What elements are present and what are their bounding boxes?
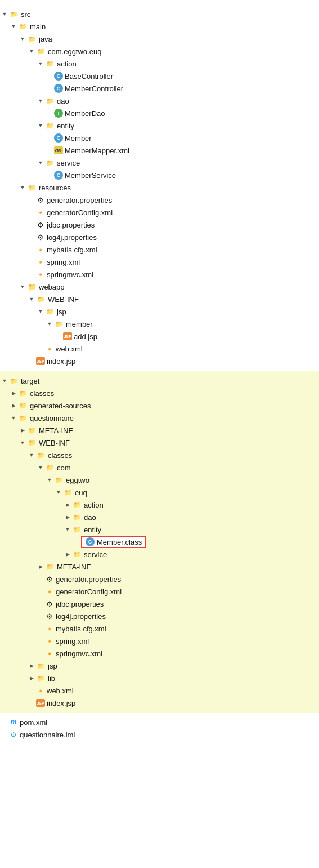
label-pom: pom.xml <box>20 718 47 727</box>
xml-icon-web: 🔸 <box>45 344 54 353</box>
tree-item-mybatis[interactable]: 🔸 mybatis.cfg.xml <box>0 243 319 256</box>
tree-item-spring[interactable]: 🔸 spring.xml <box>0 256 319 268</box>
folder-icon-euq-t: 📁 <box>63 488 73 497</box>
tree-item-com-t[interactable]: ▼ 📁 com <box>0 461 319 474</box>
tree-item-entity[interactable]: ▼ 📁 entity <box>0 119 319 132</box>
label-resources: resources <box>39 184 71 192</box>
label-spring: spring.xml <box>47 258 80 266</box>
tree-item-member-class[interactable]: C Member.class <box>0 536 319 548</box>
arrow-target: ▼ <box>0 378 9 384</box>
xml-mapper-icon: XML <box>54 146 63 154</box>
tree-item-springmvc[interactable]: 🔸 springmvc.xml <box>0 268 319 281</box>
folder-icon-com: 📁 <box>36 47 46 56</box>
arrow-classes-t: ▼ <box>27 452 36 458</box>
label-membermapper: MemberMapper.xml <box>65 146 129 155</box>
tree-item-main[interactable]: ▼ 📁 main <box>0 20 319 33</box>
tree-item-log4j-props[interactable]: ⚙ log4j.properties <box>0 231 319 243</box>
tree-item-dao-t[interactable]: ▶ 📁 dao <box>0 511 319 523</box>
tree-item-log4j-props-t[interactable]: ⚙ log4j.properties <box>0 610 319 622</box>
tree-item-spring-t[interactable]: 🔸 spring.xml <box>0 635 319 647</box>
arrow-java: ▼ <box>18 36 27 42</box>
tree-item-springmvc-t[interactable]: 🔸 springmvc.xml <box>0 647 319 660</box>
tree-item-src[interactable]: ▼ 📁 src <box>0 8 319 20</box>
tree-item-web-xml[interactable]: 🔸 web.xml <box>0 342 319 355</box>
tree-item-pom[interactable]: m pom.xml <box>0 716 319 728</box>
tree-item-mybatis-t[interactable]: 🔸 mybatis.cfg.xml <box>0 622 319 635</box>
tree-item-memberservice[interactable]: C MemberService <box>0 169 319 181</box>
tree-item-entity-t[interactable]: ▼ 📁 entity <box>0 523 319 536</box>
tree-item-member[interactable]: C Member <box>0 132 319 144</box>
folder-icon-resources: 📁 <box>27 183 37 192</box>
properties-icon-jdbc-t: ⚙ <box>45 599 54 608</box>
tree-item-generator-props-t[interactable]: ⚙ generator.properties <box>0 573 319 585</box>
label-main: main <box>30 23 46 31</box>
folder-icon-com-t: 📁 <box>45 463 55 472</box>
label-mybatis-t: mybatis.cfg.xml <box>56 625 106 633</box>
tree-item-iml[interactable]: ⚙ questionnaire.iml <box>0 728 319 741</box>
tree-item-generatorconfig-t[interactable]: 🔸 generatorConfig.xml <box>0 585 319 598</box>
arrow-member-folder: ▼ <box>45 321 54 327</box>
arrow-jsp: ▼ <box>36 309 45 314</box>
tree-item-web-inf[interactable]: ▼ 📁 WEB-INF <box>0 293 319 305</box>
tree-item-generator-props[interactable]: ⚙ generator.properties <box>0 194 319 206</box>
arrow-webapp: ▼ <box>18 284 27 290</box>
tree-item-generated-sources[interactable]: ▶ 📁 generated-sources <box>0 399 319 412</box>
tree-item-dao[interactable]: ▼ 📁 dao <box>0 95 319 107</box>
tree-item-jdbc-props[interactable]: ⚙ jdbc.properties <box>0 219 319 231</box>
tree-item-euq-t[interactable]: ▼ 📁 euq <box>0 486 319 498</box>
tree-item-service[interactable]: ▼ 📁 service <box>0 157 319 169</box>
folder-icon-jsp: 📁 <box>45 307 55 316</box>
tree-item-add-jsp[interactable]: JSP add.jsp <box>0 330 319 342</box>
tree-item-questionnaire[interactable]: ▼ 📁 questionnaire <box>0 412 319 424</box>
tree-item-meta-inf-t2[interactable]: ▶ 📁 META-INF <box>0 560 319 573</box>
tree-item-generatorconfig[interactable]: 🔸 generatorConfig.xml <box>0 206 319 219</box>
tree-item-jdbc-props-t[interactable]: ⚙ jdbc.properties <box>0 598 319 610</box>
tree-item-web-inf-t[interactable]: ▼ 📁 WEB-INF <box>0 437 319 449</box>
label-jsp-t: jsp <box>48 662 57 670</box>
tree-item-index-jsp-t[interactable]: JSP index.jsp <box>0 697 319 709</box>
class-icon-membercontroller: C <box>54 84 63 93</box>
label-web-xml-t: web.xml <box>47 687 74 695</box>
tree-item-com-eggtwo-euq[interactable]: ▼ 📁 com.eggtwo.euq <box>0 45 319 57</box>
label-questionnaire: questionnaire <box>30 414 74 422</box>
label-java: java <box>39 35 52 43</box>
tree-item-java[interactable]: ▼ 📁 java <box>0 33 319 45</box>
tree-item-classes-t[interactable]: ▼ 📁 classes <box>0 449 319 461</box>
folder-icon-meta-inf-t: 📁 <box>27 426 37 435</box>
tree-item-webapp[interactable]: ▼ 📁 webapp <box>0 281 319 293</box>
tree-item-membermapper[interactable]: XML MemberMapper.xml <box>0 144 319 157</box>
label-meta-inf-t2: META-INF <box>57 563 91 571</box>
tree-item-service-t[interactable]: ▶ 📁 service <box>0 548 319 560</box>
tree-item-classes[interactable]: ▶ 📁 classes <box>0 387 319 399</box>
interface-icon-memberdao: I <box>54 109 63 118</box>
arrow-com: ▼ <box>27 48 36 54</box>
tree-item-index-jsp[interactable]: JSP index.jsp <box>0 355 319 367</box>
tree-item-jsp-folder[interactable]: ▼ 📁 jsp <box>0 305 319 318</box>
label-meta-inf-t: META-INF <box>39 426 73 435</box>
tree-item-memberdao[interactable]: I MemberDao <box>0 107 319 119</box>
arrow-web-inf-t: ▼ <box>18 440 27 446</box>
tree-item-action-t[interactable]: ▶ 📁 action <box>0 498 319 511</box>
label-eggtwo-t: eggtwo <box>66 476 89 484</box>
file-tree: ▼ 📁 src ▼ 📁 main ▼ 📁 java ▼ 📁 com.eggtwo <box>0 0 319 749</box>
tree-item-basecontroller[interactable]: C BaseController <box>0 70 319 82</box>
tree-item-lib-t[interactable]: ▶ 📁 lib <box>0 672 319 684</box>
tree-item-meta-inf-t[interactable]: ▶ 📁 META-INF <box>0 424 319 437</box>
tree-item-jsp-t[interactable]: ▶ 📁 jsp <box>0 660 319 672</box>
tree-item-resources[interactable]: ▼ 📁 resources <box>0 181 319 194</box>
arrow-euq-t: ▼ <box>54 489 63 495</box>
tree-item-eggtwo-t[interactable]: ▼ 📁 eggtwo <box>0 474 319 486</box>
class-icon-basecontroller: C <box>54 72 63 81</box>
tree-item-action[interactable]: ▼ 📁 action <box>0 57 319 70</box>
label-action-t: action <box>84 501 104 509</box>
tree-item-membercontroller[interactable]: C MemberController <box>0 82 319 95</box>
folder-icon-action-t: 📁 <box>72 500 82 509</box>
label-jdbc-props: jdbc.properties <box>47 221 95 229</box>
label-springmvc: springmvc.xml <box>47 270 93 279</box>
folder-icon-target: 📁 <box>9 376 19 385</box>
tree-item-web-xml-t[interactable]: 🔸 web.xml <box>0 684 319 697</box>
tree-item-target[interactable]: ▼ 📁 target <box>0 375 319 387</box>
folder-icon-classes: 📁 <box>18 389 28 398</box>
tree-item-member-folder[interactable]: ▼ 📁 member <box>0 318 319 330</box>
label-target: target <box>21 377 39 385</box>
